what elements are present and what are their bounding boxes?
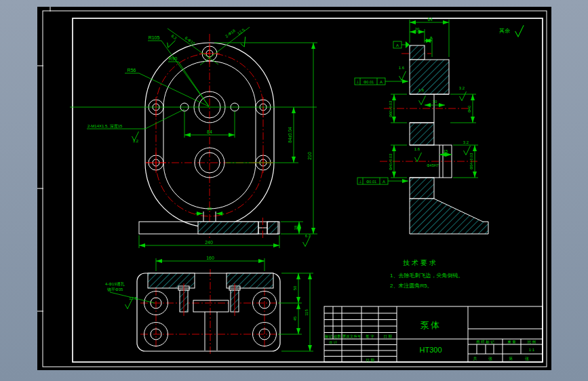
- tb-header: 日 期: [383, 334, 392, 339]
- dim-text: 45: [293, 316, 297, 321]
- hole-note: 4-Φ19通孔: [105, 281, 125, 287]
- dim-text: Φ40+0.03: [389, 154, 393, 170]
- radius-label: R90: [169, 56, 178, 61]
- roughness-value: 1.6: [418, 88, 425, 92]
- tb-header: 标记: [324, 334, 333, 339]
- dim-text: 64: [427, 17, 433, 22]
- dim-text: Φ54+0.03: [469, 153, 473, 169]
- tb-sheet-word: 张: [525, 357, 529, 361]
- port-note: 2-M14X1.5, 深度15: [87, 123, 123, 129]
- roughness-value: 12.5: [129, 296, 137, 300]
- gdt-tolerance: Φ0.01: [366, 180, 376, 184]
- tb-design-label: 设 计: [329, 340, 338, 344]
- drawing-sheet: [37, 7, 551, 370]
- gdt-tolerance: Φ0.01: [364, 80, 374, 84]
- roughness-value: 1.6: [414, 147, 420, 151]
- gdt-datum: A: [383, 180, 385, 184]
- radius-label: R105: [149, 35, 160, 40]
- tech-req-item: 2、未注圆角R5。: [390, 283, 433, 289]
- dim-text: 20: [415, 27, 420, 31]
- radius-label: R56: [128, 68, 136, 73]
- cad-viewport[interactable]: 其余: [0, 0, 588, 381]
- tech-req-item: 1、去除毛刺飞边，尖角倒钝。: [390, 273, 463, 279]
- dim-text: Φ45H7: [427, 163, 439, 167]
- cad-canvas[interactable]: 其余: [0, 0, 588, 381]
- tb-date-label: 日 期: [366, 358, 374, 363]
- part-name: 泵体: [420, 320, 441, 330]
- roughness-value: 3.2: [133, 139, 139, 143]
- tb-header: 处数: [334, 334, 342, 339]
- dim-text: 84: [207, 129, 212, 134]
- roughness-value: 3.2: [459, 86, 465, 90]
- dim-text: 240: [205, 240, 213, 245]
- gdt-symbol: ⊥: [358, 180, 361, 184]
- dim-text: 50: [293, 285, 297, 290]
- dim-text: 210: [307, 152, 312, 160]
- tb-header: 签 字: [366, 334, 374, 339]
- roughness-value: 6.3: [305, 234, 311, 238]
- tb-scale-value: 1:1: [529, 348, 535, 352]
- tb-weight-label: 重 量: [507, 340, 516, 344]
- dim-text: Φ40: [467, 106, 471, 113]
- dim-text: 160: [206, 256, 214, 260]
- dim-text: 115: [305, 309, 309, 316]
- tb-scale-label: 比 例: [528, 340, 536, 344]
- hole-note: 锪平Φ35: [106, 287, 123, 292]
- roughness-value: 3.2: [463, 140, 469, 144]
- dim-text: 15: [444, 149, 448, 153]
- tb-header: 更改文件号: [342, 334, 361, 338]
- tb-mark-label: 图 样 标 记: [476, 340, 494, 344]
- dim-text: 18: [294, 225, 298, 230]
- gdt-symbol: ⊥: [355, 80, 359, 84]
- roughness-value: 1.6: [399, 66, 405, 70]
- datum-flag: A: [396, 43, 399, 47]
- dim-text: Φ60+0.03: [389, 101, 393, 117]
- gdt-datum: A: [380, 80, 383, 84]
- material: HT300: [419, 346, 442, 354]
- dim-text: 29: [208, 207, 212, 211]
- tb-sheet-word: 第: [509, 357, 513, 361]
- other-surfaces-label: 其余: [499, 28, 510, 34]
- tech-req-title: 技术要求: [403, 259, 438, 266]
- tb-sheet-word: 张: [488, 357, 492, 361]
- tb-sheet-word: 共: [473, 357, 477, 361]
- dim-text: 30: [433, 100, 437, 104]
- dim-text: 84±0.04: [288, 127, 292, 143]
